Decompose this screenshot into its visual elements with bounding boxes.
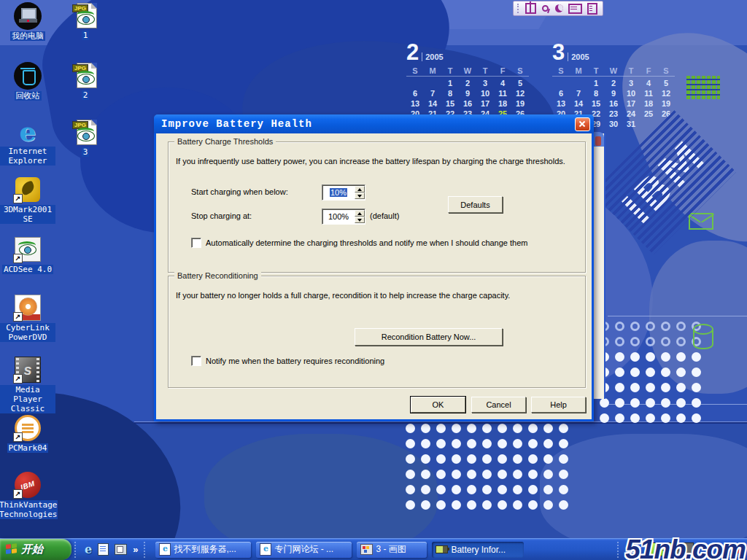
wallpaper-dot	[498, 439, 507, 448]
calendar-weekday: T	[622, 66, 640, 77]
shortcut-arrow-icon: ↗	[13, 254, 23, 263]
desktop-icon-pcmark04[interactable]: ↗ PCMark04	[0, 414, 55, 453]
desktop-icon-media-player-classic[interactable]: s ↗ Media Player Classic	[0, 356, 55, 413]
database-cylinder-icon	[693, 329, 713, 349]
pixel-grid-icon	[686, 76, 720, 99]
wallpaper-dot	[421, 439, 430, 448]
calendar-date: 16	[459, 98, 476, 109]
spin-up-button[interactable]	[355, 210, 365, 217]
wallpaper-dot	[528, 470, 538, 479]
ime-grip-handle[interactable]	[517, 4, 520, 13]
eye-glyph	[77, 14, 95, 25]
desktop-icon-thinkvantage[interactable]: IBM ↗ ThinkVantage Technologies	[0, 471, 55, 519]
wallpaper-dot	[676, 398, 686, 408]
start-charging-spinner[interactable]: 10%	[322, 184, 365, 201]
calendar-date: 6	[406, 88, 424, 98]
desktop-icon-jpg-3[interactable]: JPG 3	[58, 118, 113, 157]
auto-determine-checkbox[interactable]	[191, 238, 201, 248]
auto-determine-checkbox-row[interactable]: Automatically determine the charging thr…	[191, 238, 527, 248]
quicklaunch-browser-icon[interactable]	[98, 543, 109, 556]
task-label: 专门网论坛 - ...	[274, 543, 333, 556]
dialog-titlebar[interactable]: Improve Battery Health	[154, 114, 594, 133]
wallpaper-dot	[543, 454, 553, 464]
desktop-icon-internet-explorer[interactable]: e Internet Explorer	[0, 117, 55, 166]
calendar-weekday: S	[406, 66, 424, 77]
stop-charging-spinner[interactable]: 100%	[322, 209, 365, 225]
paint-task-icon	[360, 544, 373, 555]
wallpaper-dot	[543, 424, 553, 433]
wallpaper-dot	[452, 500, 461, 510]
background-window-edge	[594, 133, 605, 399]
wallpaper-dot	[646, 398, 655, 408]
close-button[interactable]	[575, 117, 590, 131]
ime-options-icon[interactable]	[587, 3, 597, 15]
desktop-icon-jpg-1[interactable]: JPG 1	[58, 1, 113, 40]
shortcut-arrow-icon: ↗	[13, 312, 23, 322]
calendar-date: 31	[622, 119, 640, 129]
calendar-weekday: M	[424, 66, 441, 77]
show-desktop-icon[interactable]	[115, 544, 127, 555]
task-label: 3 - 画图	[376, 543, 406, 556]
calendar-date: 8	[587, 88, 605, 98]
start-charging-value[interactable]: 10%	[322, 188, 355, 197]
page-fold	[91, 63, 97, 69]
desktop-icon-jpg-2[interactable]: JPG 2	[58, 61, 113, 100]
wallpaper-dot	[661, 322, 670, 331]
desktop-icon-powerdvd[interactable]: ↗ CyberLink PowerDVD	[0, 294, 55, 342]
stop-charging-value[interactable]: 100%	[322, 212, 355, 221]
wallpaper-dot	[528, 424, 538, 433]
cancel-button[interactable]: Cancel	[471, 397, 526, 413]
taskbar-task-button[interactable]: 3 - 画图	[357, 542, 427, 558]
wallpaper-dot	[467, 485, 476, 494]
taskbar-task-button[interactable]: e找不到服务器,...	[155, 542, 251, 558]
quicklaunch-overflow-chevron-icon[interactable]: »	[133, 544, 138, 555]
wallpaper-shape	[540, 434, 747, 551]
desktop-icon-recycle-bin[interactable]: 回收站	[0, 62, 55, 101]
start-button[interactable]: 开始	[0, 539, 71, 560]
wallpaper-dot	[421, 485, 430, 494]
icon-label: 2	[82, 90, 90, 100]
spin-down-button[interactable]	[355, 192, 365, 199]
ie-task-icon: e	[260, 543, 271, 556]
wallpaper-dot	[498, 485, 507, 494]
chinese-mode-icon[interactable]	[525, 3, 536, 14]
punctuation-icon[interactable]	[541, 4, 550, 13]
quicklaunch-ie-icon[interactable]: e	[85, 542, 92, 556]
ie-task-icon: e	[159, 543, 171, 556]
spin-up-button[interactable]	[355, 186, 365, 192]
wallpaper-dot	[406, 500, 415, 510]
notify-recondition-checkbox-row[interactable]: Notify me when the battery requires reco…	[191, 356, 384, 366]
wallpaper-dot	[630, 337, 640, 346]
ime-language-bar[interactable]	[513, 1, 603, 16]
ok-button[interactable]: OK	[411, 397, 465, 413]
spin-down-button[interactable]	[355, 217, 365, 223]
notify-recondition-label: Notify me when the battery requires reco…	[206, 357, 384, 365]
defaults-button[interactable]: Defaults	[448, 196, 503, 213]
desktop-icon-acdsee[interactable]: ↗ ACDSee 4.0	[0, 236, 55, 274]
taskbar-task-button[interactable]: e专门网论坛 - ...	[256, 542, 352, 558]
desktop-icon-3dmark2001[interactable]: ↗ 3DMark2001 SE	[0, 176, 55, 224]
help-button[interactable]: Help	[531, 397, 586, 413]
recondition-battery-button[interactable]: Recondition Battery Now...	[355, 328, 503, 346]
wallpaper-dot	[661, 398, 670, 408]
wallpaper-dot	[498, 500, 507, 510]
wallpaper-dot	[615, 352, 624, 362]
calendar-date: 12	[511, 88, 529, 98]
fullwidth-mode-icon[interactable]	[555, 4, 563, 12]
wallpaper-dot	[498, 424, 507, 433]
calendar-date: 4	[640, 78, 657, 88]
notify-recondition-checkbox[interactable]	[191, 356, 201, 366]
desktop-screen: 2 2005 SMTWTFS12345678910111213141516171…	[0, 0, 747, 560]
calendar-date: 7	[570, 88, 587, 98]
wallpaper-dot	[482, 485, 492, 494]
wallpaper-dot	[630, 413, 640, 423]
recycle-bin-icon	[14, 62, 42, 90]
desktop-icon-my-computer[interactable]: 我的电脑	[0, 2, 55, 41]
wallpaper-dot	[482, 439, 492, 448]
taskbar-task-button[interactable]: Battery Infor...	[432, 542, 524, 558]
wallpaper-dot	[692, 368, 701, 377]
soft-keyboard-icon[interactable]	[568, 4, 582, 14]
calendar-date: 25	[640, 109, 657, 119]
laptop-screen	[21, 8, 36, 20]
icon-label: CyberLink PowerDVD	[0, 323, 55, 342]
